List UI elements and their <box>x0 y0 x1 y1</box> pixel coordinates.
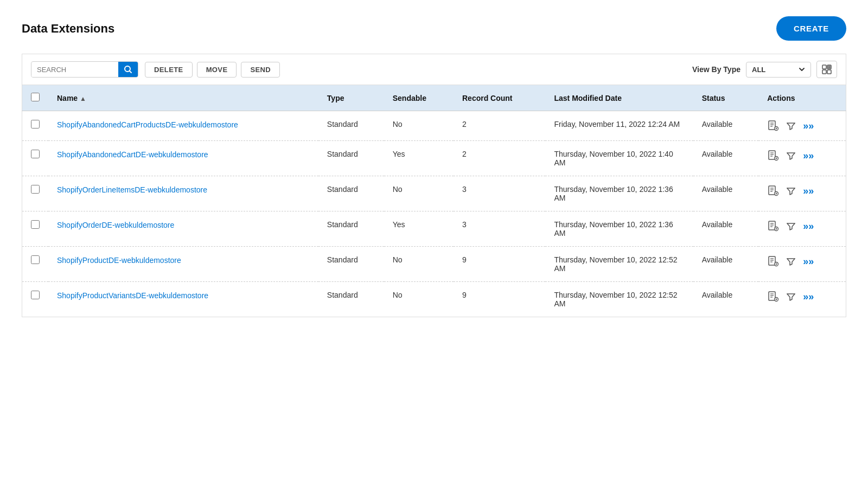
actions-column-header: Actions <box>758 85 846 111</box>
move-button[interactable]: MOVE <box>197 62 237 78</box>
actions-cell: »» <box>758 247 846 282</box>
name-cell: ShopifyAbandonedCartDE-webkuldemostore <box>48 141 318 176</box>
row-checkbox-cell <box>22 247 49 282</box>
row-checkbox[interactable] <box>31 120 40 129</box>
row-checkbox[interactable] <box>31 150 40 158</box>
sendable-cell: No <box>384 247 454 282</box>
last-modified-cell: Thursday, November 10, 2022 1:36 AM <box>545 176 693 211</box>
more-actions-icon[interactable]: »» <box>803 150 814 162</box>
more-actions-icon[interactable]: »» <box>803 256 814 267</box>
record-count-cell: 2 <box>454 141 546 176</box>
name-column-header[interactable]: Name ▲ <box>48 85 318 111</box>
row-checkbox[interactable] <box>31 291 40 299</box>
table-row: ShopifyProductDE-webkuldemostore Standar… <box>22 247 846 282</box>
status-cell: Available <box>693 211 759 247</box>
send-button[interactable]: SEND <box>241 62 280 78</box>
type-cell: Standard <box>318 111 384 141</box>
record-count-cell: 9 <box>454 247 546 282</box>
type-select[interactable]: ALL <box>746 62 811 78</box>
import-contact-icon[interactable] <box>767 150 779 162</box>
import-contact-icon[interactable] <box>767 255 779 267</box>
table-row: ShopifyOrderDE-webkuldemostore Standard … <box>22 211 846 247</box>
view-by-type: View By Type ALL <box>692 61 837 78</box>
import-contact-icon[interactable] <box>767 291 779 303</box>
actions-cell: »» <box>758 176 846 211</box>
more-actions-icon[interactable]: »» <box>803 221 814 232</box>
chevron-down-icon <box>799 66 805 73</box>
name-cell: ShopifyAbandonedCartProductsDE-webkuldem… <box>48 111 318 141</box>
filter-icon[interactable] <box>786 256 796 267</box>
type-cell: Standard <box>318 141 384 176</box>
last-modified-cell: Thursday, November 10, 2022 12:52 AM <box>545 282 693 317</box>
svg-point-6 <box>828 66 830 68</box>
record-count-cell: 9 <box>454 282 546 317</box>
filter-icon[interactable] <box>786 185 796 196</box>
view-by-type-label: View By Type <box>692 65 741 74</box>
delete-button[interactable]: DELETE <box>145 62 193 78</box>
row-checkbox-cell <box>22 176 49 211</box>
svg-rect-4 <box>822 70 826 74</box>
sendable-cell: No <box>384 176 454 211</box>
filter-icon[interactable] <box>786 150 796 161</box>
table-row: ShopifyAbandonedCartProductsDE-webkuldem… <box>22 111 846 141</box>
status-cell: Available <box>693 141 759 176</box>
sort-arrow: ▲ <box>80 95 86 102</box>
last-modified-cell: Friday, November 11, 2022 12:24 AM <box>545 111 693 141</box>
page-title: Data Extensions <box>22 22 114 36</box>
svg-line-1 <box>130 71 132 73</box>
more-actions-icon[interactable]: »» <box>803 120 814 132</box>
grid-icon <box>821 64 832 75</box>
select-all-checkbox[interactable] <box>31 93 40 101</box>
search-button[interactable] <box>118 62 138 77</box>
type-select-value: ALL <box>752 66 794 74</box>
import-contact-icon[interactable] <box>767 185 779 197</box>
actions-cell: »» <box>758 111 846 141</box>
type-cell: Standard <box>318 247 384 282</box>
search-input[interactable] <box>31 62 118 77</box>
sendable-cell: Yes <box>384 211 454 247</box>
name-cell: ShopifyOrderLineItemsDE-webkuldemostore <box>48 176 318 211</box>
actions-cell: »» <box>758 211 846 247</box>
row-checkbox-cell <box>22 111 49 141</box>
search-wrapper <box>31 61 138 78</box>
row-checkbox[interactable] <box>31 220 40 229</box>
name-link[interactable]: ShopifyOrderLineItemsDE-webkuldemostore <box>57 185 207 194</box>
sendable-cell: No <box>384 282 454 317</box>
create-button[interactable]: CREATE <box>776 16 846 41</box>
row-checkbox[interactable] <box>31 185 40 194</box>
name-link[interactable]: ShopifyProductVariantsDE-webkuldemostore <box>57 291 208 300</box>
name-link[interactable]: ShopifyOrderDE-webkuldemostore <box>57 221 174 229</box>
search-icon <box>124 65 132 74</box>
more-actions-icon[interactable]: »» <box>803 185 814 197</box>
status-cell: Available <box>693 247 759 282</box>
type-column-header: Type <box>318 85 384 111</box>
name-cell: ShopifyOrderDE-webkuldemostore <box>48 211 318 247</box>
svg-rect-5 <box>827 70 831 74</box>
type-cell: Standard <box>318 176 384 211</box>
grid-view-button[interactable] <box>816 61 837 78</box>
row-checkbox-cell <box>22 211 49 247</box>
toolbar: DELETE MOVE SEND View By Type ALL <box>22 54 846 85</box>
status-cell: Available <box>693 111 759 141</box>
filter-icon[interactable] <box>786 120 796 131</box>
import-contact-icon[interactable] <box>767 220 779 232</box>
row-checkbox[interactable] <box>31 255 40 264</box>
record-count-column-header: Record Count <box>454 85 546 111</box>
record-count-cell: 3 <box>454 211 546 247</box>
filter-icon[interactable] <box>786 291 796 302</box>
last-modified-column-header: Last Modified Date <box>545 85 693 111</box>
name-cell: ShopifyProductDE-webkuldemostore <box>48 247 318 282</box>
sendable-cell: Yes <box>384 141 454 176</box>
name-link[interactable]: ShopifyAbandonedCartDE-webkuldemostore <box>57 150 208 159</box>
status-column-header: Status <box>693 85 759 111</box>
more-actions-icon[interactable]: »» <box>803 291 814 303</box>
name-link[interactable]: ShopifyAbandonedCartProductsDE-webkuldem… <box>57 120 238 129</box>
record-count-cell: 3 <box>454 176 546 211</box>
table-row: ShopifyProductVariantsDE-webkuldemostore… <box>22 282 846 317</box>
sendable-column-header: Sendable <box>384 85 454 111</box>
actions-cell: »» <box>758 141 846 176</box>
filter-icon[interactable] <box>786 221 796 232</box>
name-link[interactable]: ShopifyProductDE-webkuldemostore <box>57 256 181 265</box>
import-contact-icon[interactable] <box>767 120 779 132</box>
status-cell: Available <box>693 176 759 211</box>
